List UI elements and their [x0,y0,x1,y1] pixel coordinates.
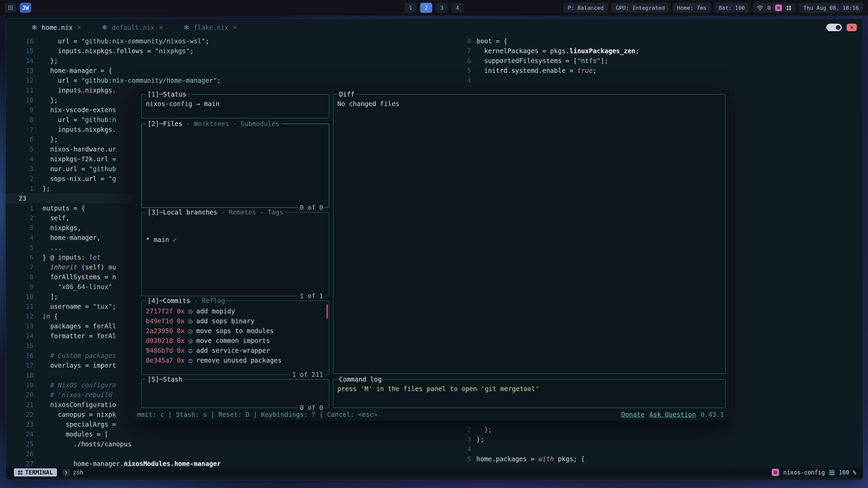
code-text: inherit (self) ou [42,262,116,272]
line-number: 18 [6,370,42,380]
code-text: canopus = nixpk [42,410,116,420]
window-controls: × [826,24,857,31]
terminal-window: ❄home.nix×❄default.nix×❄flake.nix× × 16 … [5,18,863,480]
code-line: 14 }; [6,56,457,66]
code-text: inputs.nixpkgs. [42,85,116,95]
desktop-background: JW 1234 P: BalancedGPU: IntegratedHome: … [0,0,868,488]
commit-hash: 8e345a7 [146,357,177,364]
stash-panel-title: [5]─Stash [146,375,184,384]
commit-graph-bullet: ○ [189,337,196,344]
tab-bar: ❄home.nix×❄default.nix×❄flake.nix× × [6,19,863,36]
tab-home.nix[interactable]: ❄home.nix× [32,23,81,32]
code-text: in { [42,311,58,321]
commit-row[interactable]: 9486b7d 0x ○ add service-wrapper [146,346,325,355]
commit-row[interactable]: b49ef1d 0x ○ add sops binary [146,316,325,326]
commit-message: move sops to modules [196,327,274,334]
lazygit-commits-panel[interactable]: [4]─Commits - Reflog 2717f2f 0x ○ add mo… [141,301,329,375]
code-text: nixosConfiguratio [42,400,116,410]
tab-flake.nix[interactable]: ❄flake.nix× [183,23,237,32]
workspace-button-4[interactable]: 4 [451,3,463,13]
screen-record-icon[interactable] [775,4,782,11]
commit-hash: d920218 [146,337,177,344]
line-number: 4 [6,233,42,243]
line-number: 26 [6,449,42,459]
line-number: 6 [457,56,476,66]
topbar-status-pills: P: BalancedGPU: IntegratedHome: 7msBat: … [563,3,749,13]
branch-row[interactable]: * main ✓ [146,235,325,245]
code-line: 4 [457,444,863,454]
window-theme-toggle[interactable] [826,24,842,31]
commit-row[interactable]: d920218 0x ○ move common imports [146,336,325,346]
line-number: 13 [6,321,42,331]
code-line: 25 ./hosts/canopus [6,439,457,449]
code-text: url = "github:nix-community/nixos-wsl"; [42,36,209,46]
donate-link[interactable]: Donate [621,409,645,420]
editor-pane-right-top[interactable]: 8boot = {7 kernelPackages = pkgs.linuxPa… [457,36,863,85]
line-number: 6 [6,252,42,262]
system-top-bar: JW 1234 P: BalancedGPU: IntegratedHome: … [0,0,868,16]
line-number: 9 [6,105,42,115]
tab-zsh[interactable]: ❯ zsh [62,469,83,476]
commit-author: 0x [177,307,189,315]
line-number: 11 [6,302,42,311]
branches-panel-count: 1 of 1 [298,291,325,301]
notification-count-icon[interactable]: 0 [768,5,771,11]
shell-prompt-icon: ❯ [62,469,70,476]
tab-close-icon[interactable]: × [77,23,81,32]
lazygit-command-log-panel[interactable]: Command log press 'M' in the files panel… [333,379,726,408]
editor-pane-right-bottom[interactable]: 2 };3};45home.packages = with pkgs; [ [457,425,863,464]
tab-label: default.nix [112,24,155,31]
line-number: 7 [6,125,42,135]
line-number: 14 [6,56,42,66]
code-text: }; [42,95,58,105]
code-line: 5home.packages = with pkgs; [ [457,454,863,464]
tray-grid-icon[interactable] [786,5,791,11]
commit-row[interactable]: 8e345a7 0x ○ remove unused packages [146,355,325,365]
lazygit-status-panel[interactable]: [1]─Status nixos-config → main [141,94,329,118]
commit-row[interactable]: 2717f2f 0x ○ add mopidy [146,306,325,316]
tab-close-icon[interactable]: × [233,23,237,32]
layout-lines-icon[interactable] [829,470,835,475]
nix-snowflake-icon: ❄ [32,23,37,32]
terminal-status-bar: TERMINAL ❯ zsh nixos-config 100 % [6,468,863,477]
lazygit-stash-panel[interactable]: [5]─Stash 0 of 0 [141,379,329,408]
line-number: 1 [6,184,42,194]
commit-hash: 2717f2f [146,307,177,315]
workspace-button-2[interactable]: 2 [420,3,432,13]
line-number: 14 [6,331,42,341]
apps-menu-button[interactable] [5,3,16,13]
status-pill-1: GPU: Integrated [611,3,669,13]
status-pill-3: Bat: 100 [714,3,749,13]
line-number: 11 [6,85,42,95]
commits-panel-count: 1 of 211 [290,370,325,379]
session-icon [772,469,779,476]
commit-row[interactable]: 2a23950 0x ○ move sops to modules [146,326,325,336]
user-badge[interactable]: JW [20,3,31,13]
commit-message: add service-wrapper [196,347,270,354]
code-text: supportedFilesystems = ["ntfs"]; [476,56,608,66]
tab-default.nix[interactable]: ❄default.nix× [102,23,163,32]
status-panel-content: nixos-config → main [142,95,329,118]
workspace-button-3[interactable]: 3 [436,3,448,13]
wifi-icon[interactable] [757,5,763,11]
commits-scrollbar[interactable] [327,304,328,319]
line-number: 4 [6,154,42,164]
lazygit-diff-panel[interactable]: Diff No changed files [333,94,726,374]
workspace-button-1[interactable]: 1 [405,3,417,13]
line-number: 8 [457,36,476,46]
commit-message: remove unused packages [196,357,282,364]
lazygit-branches-panel[interactable]: [3]─Local branches - Remotes - Tags * ma… [141,212,329,296]
code-text: }; [42,184,50,194]
lazygit-files-panel[interactable]: [2]─Files - Worktrees - Submodules 0 of … [141,124,329,208]
tab-close-icon[interactable]: × [159,23,163,32]
code-text: boot = { [476,36,508,46]
line-number: 3 [6,223,42,233]
code-text: home-manager, [42,233,101,243]
code-line: 13 home-manager = { [6,66,457,76]
code-text: }; [476,434,484,444]
nix-snowflake-icon: ❄ [183,23,189,32]
window-close-button[interactable]: × [847,24,857,31]
line-number: 5 [6,243,42,252]
tab-label: home.nix [42,24,73,31]
ask-question-link[interactable]: Ask Question [649,409,696,420]
